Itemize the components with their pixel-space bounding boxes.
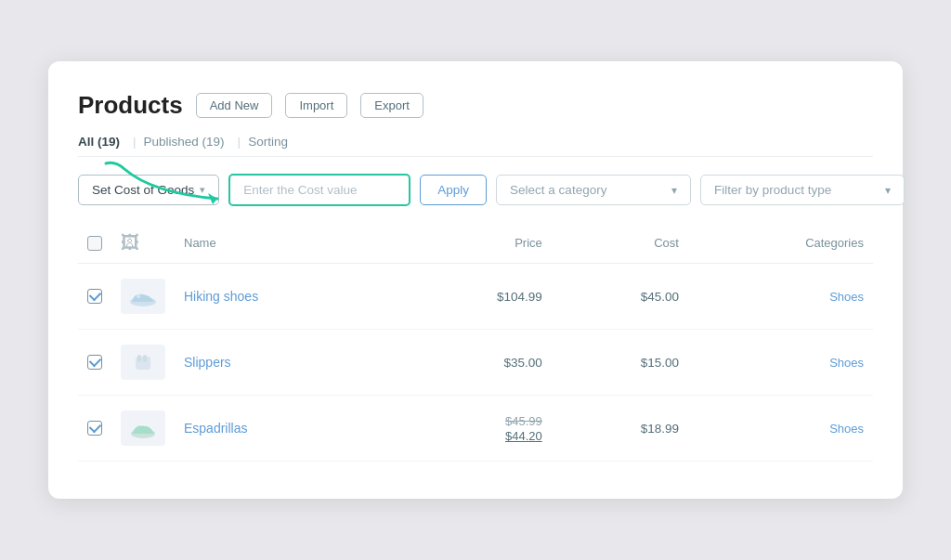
product-cost: $15.00 <box>552 330 688 396</box>
tab-published[interactable]: Published (19) <box>144 135 230 149</box>
product-price: $104.99 <box>398 264 552 330</box>
col-header-price: Price <box>398 225 552 264</box>
page-title: Products <box>78 91 183 120</box>
product-category-link[interactable]: Shoes <box>829 422 864 436</box>
product-category-link[interactable]: Shoes <box>829 356 864 370</box>
svg-rect-7 <box>139 423 147 426</box>
import-button[interactable]: Import <box>285 93 347 118</box>
filter-chevron-icon: ▾ <box>885 184 891 197</box>
chevron-down-icon: ▾ <box>200 184 205 196</box>
col-header-categories: Categories <box>688 225 873 264</box>
svg-rect-5 <box>143 355 147 362</box>
product-cost: $18.99 <box>552 396 688 462</box>
toolbar-row: Set Cost of Goods ▾ Apply Select a categ… <box>78 174 873 206</box>
product-type-filter[interactable]: Filter by product type ▾ <box>700 175 905 205</box>
svg-point-2 <box>137 294 140 298</box>
tabs-row: All (19) | Published (19) | Sorting <box>78 135 873 157</box>
set-cost-button[interactable]: Set Cost of Goods ▾ <box>78 175 219 205</box>
svg-rect-4 <box>137 355 141 362</box>
cost-input[interactable] <box>228 174 410 206</box>
category-chevron-icon: ▾ <box>671 184 677 197</box>
row-checkbox[interactable] <box>87 355 102 370</box>
col-header-cost: Cost <box>552 225 688 264</box>
product-price: $45.99$44.20 <box>398 396 552 462</box>
row-checkbox[interactable] <box>87 421 102 436</box>
header-row: Products Add New Import Export <box>78 91 873 120</box>
product-thumbnail <box>121 345 165 380</box>
table-row: Slippers$35.00$15.00Shoes <box>78 330 873 396</box>
add-new-button[interactable]: Add New <box>196 93 273 118</box>
row-checkbox[interactable] <box>87 289 102 304</box>
table-row: Espadrillas$45.99$44.20$18.99Shoes <box>78 396 873 462</box>
product-thumbnail <box>121 279 165 314</box>
products-table: 🖼 Name Price Cost Categories Hiking shoe… <box>78 225 873 462</box>
product-category-link[interactable]: Shoes <box>829 290 864 304</box>
products-card: Products Add New Import Export All (19) … <box>48 61 903 499</box>
product-name-link[interactable]: Espadrillas <box>184 421 247 436</box>
table-row: Hiking shoes$104.99$45.00Shoes <box>78 264 873 330</box>
product-price: $35.00 <box>398 330 552 396</box>
product-name-link[interactable]: Hiking shoes <box>184 289 258 304</box>
apply-button[interactable]: Apply <box>420 175 487 205</box>
product-cost: $45.00 <box>552 264 688 330</box>
product-name-link[interactable]: Slippers <box>184 355 231 370</box>
category-select[interactable]: Select a category ▾ <box>496 175 691 205</box>
tab-sorting[interactable]: Sorting <box>248 135 293 149</box>
image-column-icon: 🖼 <box>121 232 139 253</box>
col-header-name: Name <box>175 225 398 264</box>
product-thumbnail <box>121 410 165 446</box>
select-all-checkbox[interactable] <box>87 236 102 251</box>
tab-all[interactable]: All (19) <box>78 135 125 149</box>
export-button[interactable]: Export <box>360 93 423 118</box>
